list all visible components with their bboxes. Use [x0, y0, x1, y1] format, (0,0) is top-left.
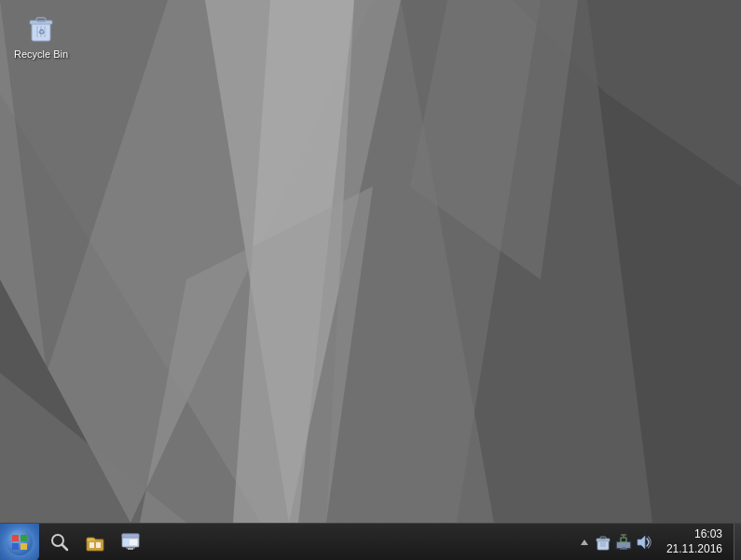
tray-recycle-bin[interactable]: [594, 533, 612, 552]
svg-rect-26: [87, 540, 103, 551]
recycle-bin-image: ♻: [26, 11, 56, 45]
svg-rect-21: [21, 535, 27, 541]
clock-area[interactable]: 16:03 21.11.2016: [655, 524, 730, 560]
tray-network-icon[interactable]: [614, 533, 633, 552]
taskbar: 16:03 21.11.2016: [0, 523, 741, 560]
quick-launch-area: [39, 524, 151, 560]
svg-rect-28: [96, 542, 101, 548]
svg-marker-35: [581, 540, 588, 545]
svg-text:♻: ♻: [38, 28, 45, 36]
start-button[interactable]: [0, 524, 39, 561]
desktop: ♻ Recycle Bin: [0, 0, 741, 523]
wallpaper: [0, 0, 741, 523]
taskbar-explorer-button[interactable]: [78, 526, 112, 558]
recycle-bin-icon[interactable]: ♻ Recycle Bin: [7, 7, 75, 64]
recycle-bin-label: Recycle Bin: [14, 48, 68, 61]
network-icon: [615, 534, 632, 551]
taskbar-search-button[interactable]: [43, 526, 76, 558]
speaker-icon: [636, 534, 652, 551]
svg-rect-30: [122, 534, 139, 538]
search-icon: [49, 532, 70, 553]
browser-icon: [120, 532, 141, 553]
tray-volume-icon[interactable]: [635, 533, 653, 552]
svg-rect-20: [12, 535, 19, 541]
clock-date: 21.11.2016: [666, 542, 722, 557]
svg-marker-49: [638, 536, 645, 549]
svg-rect-22: [12, 543, 19, 550]
svg-rect-38: [600, 537, 606, 540]
svg-rect-34: [128, 548, 133, 550]
tray-expand-button[interactable]: [577, 535, 592, 550]
svg-rect-15: [36, 18, 46, 21]
system-tray: 16:03 21.11.2016: [573, 524, 734, 560]
chevron-up-icon: [580, 538, 589, 547]
svg-line-25: [62, 544, 68, 550]
windows-orb: [7, 529, 33, 555]
svg-rect-23: [21, 543, 27, 550]
show-desktop-button[interactable]: [734, 524, 741, 561]
clock-time: 16:03: [694, 527, 722, 542]
taskbar-browser-button[interactable]: [114, 526, 147, 558]
svg-rect-27: [89, 542, 94, 548]
folder-icon: [85, 532, 105, 553]
svg-rect-32: [124, 540, 130, 545]
